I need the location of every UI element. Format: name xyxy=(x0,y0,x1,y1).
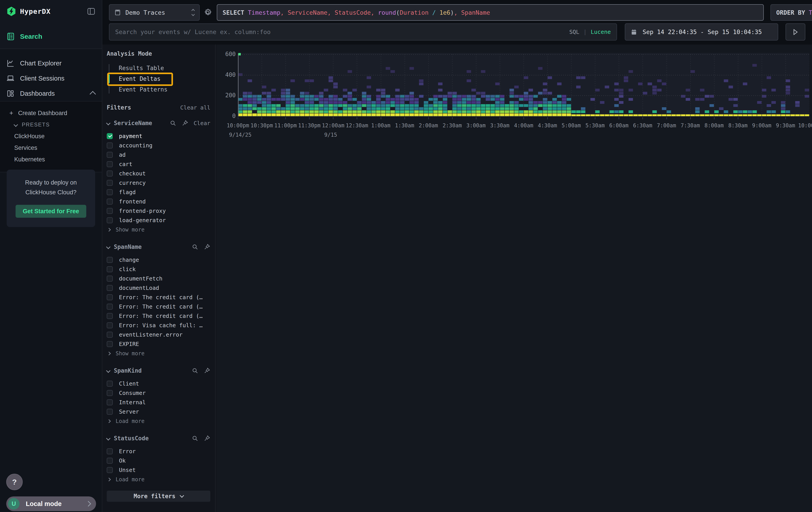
lucene-search-input[interactable]: Search your events w/ Lucene ex. column:… xyxy=(109,23,617,41)
checkbox[interactable] xyxy=(107,180,113,186)
lucene-mode-toggle[interactable]: Lucene xyxy=(591,29,611,35)
run-query-button[interactable] xyxy=(786,23,805,41)
checkbox[interactable] xyxy=(107,409,113,415)
filter-option[interactable]: documentLoad xyxy=(107,283,210,293)
filter-option[interactable]: Error: The credit card (… xyxy=(107,293,210,302)
checkbox[interactable] xyxy=(107,152,113,158)
checkbox[interactable] xyxy=(107,322,113,328)
show-more-button[interactable]: Load more xyxy=(107,416,210,426)
event-deltas-chart[interactable]: 600400200010:00pm10:30pm11:00pm11:30pm12… xyxy=(216,45,812,147)
filter-option[interactable]: Error xyxy=(107,447,210,456)
checkbox[interactable] xyxy=(107,142,113,149)
preset-link-services[interactable]: Services xyxy=(0,142,102,154)
checkbox[interactable] xyxy=(107,285,113,291)
checkbox[interactable] xyxy=(107,294,113,300)
source-select[interactable]: Demo Traces xyxy=(109,4,200,21)
pin-icon[interactable] xyxy=(204,367,210,374)
filter-option[interactable]: documentFetch xyxy=(107,274,210,283)
checkbox[interactable] xyxy=(107,208,113,214)
checkbox[interactable] xyxy=(107,161,113,167)
filter-option[interactable]: currency xyxy=(107,178,210,187)
filter-option[interactable]: Error: Visa cache full: … xyxy=(107,321,210,330)
filter-option[interactable]: click xyxy=(107,265,210,274)
filter-option[interactable]: Unset xyxy=(107,465,210,475)
checkbox[interactable] xyxy=(107,133,113,139)
gear-icon[interactable] xyxy=(203,7,212,17)
checkbox[interactable] xyxy=(107,390,113,396)
filter-option[interactable]: Consumer xyxy=(107,388,210,398)
analysis-mode-event-patterns[interactable]: Event Patterns xyxy=(107,84,210,95)
checkbox[interactable] xyxy=(107,458,113,464)
filter-option[interactable]: checkout xyxy=(107,169,210,178)
presets-toggle[interactable]: PRESETS xyxy=(0,119,102,131)
analysis-mode-results-table[interactable]: Results Table xyxy=(107,63,210,74)
clear-group-button[interactable]: Clear xyxy=(194,120,210,127)
search-icon[interactable] xyxy=(192,244,198,250)
pin-icon[interactable] xyxy=(204,435,210,442)
sql-mode-toggle[interactable]: SQL xyxy=(569,29,579,35)
filter-option[interactable]: ad xyxy=(107,150,210,159)
search-icon[interactable] xyxy=(170,120,176,127)
sidebar-item-chart-explorer[interactable]: Chart Explorer xyxy=(6,56,96,71)
sidebar-item-search[interactable]: Search xyxy=(6,32,96,41)
checkbox[interactable] xyxy=(107,467,113,473)
filter-option[interactable]: payment xyxy=(107,131,210,141)
filter-option[interactable]: Ok xyxy=(107,456,210,465)
pin-icon[interactable] xyxy=(182,120,188,127)
chevron-down-icon[interactable] xyxy=(106,121,111,125)
filter-option[interactable]: EXPIRE xyxy=(107,339,210,349)
preset-link-kubernetes[interactable]: Kubernetes xyxy=(0,154,102,165)
checkbox[interactable] xyxy=(107,217,113,223)
checkbox[interactable] xyxy=(107,276,113,281)
filter-option[interactable]: Error: The credit card (… xyxy=(107,302,210,311)
date-range-picker[interactable]: Sep 14 22:04:35 - Sep 15 10:04:35 xyxy=(625,23,778,41)
more-filters-button[interactable]: More filters xyxy=(107,491,210,502)
checkbox[interactable] xyxy=(107,266,113,272)
filter-option[interactable]: change xyxy=(107,255,210,265)
checkbox[interactable] xyxy=(107,170,113,177)
preset-link-clickhouse[interactable]: ClickHouse xyxy=(0,131,102,142)
clear-all-button[interactable]: Clear all xyxy=(180,104,210,111)
collapse-sidebar-icon[interactable] xyxy=(87,7,96,16)
show-more-button[interactable]: Show more xyxy=(107,225,210,235)
chevron-down-icon[interactable] xyxy=(106,369,111,373)
sidebar-item-dashboards[interactable]: Dashboards xyxy=(6,86,96,101)
filter-option[interactable]: flagd xyxy=(107,187,210,197)
checkbox[interactable] xyxy=(107,332,113,338)
pin-icon[interactable] xyxy=(204,244,210,250)
order-by-input[interactable]: ORDER BY Timestamp DESC xyxy=(771,4,812,21)
help-button[interactable]: ? xyxy=(6,474,23,490)
sql-query-input[interactable]: SELECT Timestamp, ServiceName, StatusCod… xyxy=(217,4,764,21)
show-more-button[interactable]: Load more xyxy=(107,475,210,484)
sidebar-item-client-sessions[interactable]: Client Sessions xyxy=(6,71,96,86)
checkbox[interactable] xyxy=(107,257,113,263)
filter-option[interactable]: load-generator xyxy=(107,215,210,225)
filter-option[interactable]: cart xyxy=(107,159,210,169)
checkbox[interactable] xyxy=(107,189,113,195)
chevron-down-icon[interactable] xyxy=(106,245,111,249)
heatmap-canvas[interactable] xyxy=(238,53,809,120)
search-icon[interactable] xyxy=(192,435,198,442)
checkbox[interactable] xyxy=(107,198,113,205)
filter-option[interactable]: accounting xyxy=(107,141,210,150)
filter-option[interactable]: Server xyxy=(107,407,210,416)
filter-option[interactable]: frontend xyxy=(107,197,210,206)
filter-option[interactable]: Client xyxy=(107,379,210,388)
show-more-button[interactable]: Show more xyxy=(107,349,210,358)
analysis-mode-event-deltas[interactable]: Event Deltas xyxy=(107,74,210,84)
checkbox[interactable] xyxy=(107,304,113,309)
get-started-button[interactable]: Get Started for Free xyxy=(16,205,86,218)
create-dashboard-button[interactable]: + Create Dashboard xyxy=(0,107,102,119)
checkbox[interactable] xyxy=(107,448,113,454)
filter-option[interactable]: Error: The credit card (… xyxy=(107,311,210,321)
chevron-down-icon[interactable] xyxy=(106,436,111,440)
checkbox[interactable] xyxy=(107,381,113,387)
filter-option[interactable]: frontend-proxy xyxy=(107,206,210,215)
checkbox[interactable] xyxy=(107,313,113,319)
local-mode-button[interactable]: U Local mode xyxy=(6,496,96,511)
checkbox[interactable] xyxy=(107,341,113,347)
search-icon[interactable] xyxy=(192,367,198,374)
checkbox[interactable] xyxy=(107,399,113,405)
filter-option[interactable]: Internal xyxy=(107,398,210,407)
filter-option[interactable]: eventListener.error xyxy=(107,330,210,339)
